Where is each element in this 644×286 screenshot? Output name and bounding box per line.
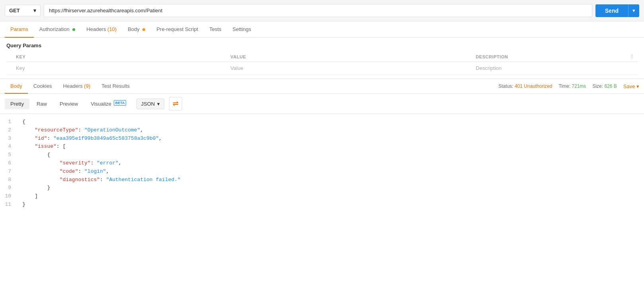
format-tab-pretty[interactable]: Pretty [5, 99, 29, 109]
tab-body[interactable]: Body [122, 21, 151, 38]
format-tab-visualize[interactable]: Visualize BETA [85, 99, 132, 109]
wrap-button[interactable]: ⇌ [169, 97, 182, 110]
key-header: KEY [13, 52, 227, 62]
row-checkbox [6, 62, 13, 75]
resp-tab-cookies[interactable]: Cookies [28, 79, 58, 94]
tab-settings[interactable]: Settings [227, 21, 257, 38]
time-value: 721ms [572, 83, 586, 89]
action-header: ⋮ [626, 52, 638, 62]
size-value: 626 B [604, 83, 617, 89]
desc-header: DESCRIPTION [473, 52, 626, 62]
params-table: KEY VALUE DESCRIPTION ⋮ Key Value Descri… [6, 52, 638, 75]
query-params-section: Query Params KEY VALUE DESCRIPTION ⋮ Key… [0, 38, 644, 75]
json-content: { "resourceType": "OperationOutcome", "i… [16, 114, 644, 225]
resp-tab-test-results[interactable]: Test Results [96, 79, 135, 94]
headers-count: (10) [107, 26, 117, 32]
resp-tab-headers[interactable]: Headers (9) [58, 79, 96, 94]
response-toolbar: Pretty Raw Preview Visualize BETA JSON ▾… [0, 94, 644, 114]
save-button[interactable]: Save ▾ [623, 83, 639, 89]
tab-tests[interactable]: Tests [204, 21, 227, 38]
resp-headers-count: (9) [84, 83, 90, 89]
body-dot [142, 28, 145, 31]
request-tabs: Params Authorization Headers (10) Body P… [0, 21, 644, 38]
size-label: Size: 626 B [592, 83, 617, 89]
response-meta: Status: 401 Unauthorized Time: 721ms Siz… [498, 83, 639, 89]
line-numbers: 1 2 3 4 5 6 7 8 9 10 11 [0, 114, 16, 225]
send-dropdown-button[interactable]: ▾ [628, 4, 639, 17]
method-label: GET [9, 8, 20, 14]
desc-cell[interactable]: Description [473, 62, 626, 75]
format-tab-preview[interactable]: Preview [54, 99, 84, 109]
format-select-label: JSON [141, 101, 155, 107]
resp-tab-body[interactable]: Body [5, 79, 28, 94]
tab-pre-request-script[interactable]: Pre-request Script [151, 21, 204, 38]
method-select[interactable]: GET ▾ [5, 5, 41, 16]
top-bar: GET ▾ Send ▾ [0, 0, 644, 21]
response-tabs-bar: Body Cookies Headers (9) Test Results St… [0, 79, 644, 94]
time-label: Time: 721ms [558, 83, 586, 89]
format-tab-raw[interactable]: Raw [31, 99, 53, 109]
status-value: 401 Unauthorized [515, 83, 553, 89]
key-cell[interactable]: Key [13, 62, 227, 75]
checkbox-header [6, 52, 13, 62]
format-select[interactable]: JSON ▾ [136, 99, 164, 109]
url-input[interactable] [44, 4, 592, 17]
method-dropdown-arrow: ▾ [33, 8, 36, 14]
value-header: VALUE [227, 52, 473, 62]
table-row: Key Value Description [6, 62, 638, 75]
response-tabs: Body Cookies Headers (9) Test Results [5, 79, 135, 93]
send-button[interactable]: Send [595, 4, 628, 17]
query-params-title: Query Params [6, 43, 638, 48]
format-select-arrow: ▾ [157, 101, 160, 107]
authorization-dot [72, 28, 75, 31]
tab-authorization[interactable]: Authorization [34, 21, 81, 38]
tab-headers[interactable]: Headers (10) [81, 21, 122, 38]
tab-params[interactable]: Params [5, 21, 34, 38]
beta-badge: BETA [114, 100, 126, 106]
json-viewer: 1 2 3 4 5 6 7 8 9 10 11 { "resourceType"… [0, 114, 644, 225]
value-cell[interactable]: Value [227, 62, 473, 75]
status-label: Status: 401 Unauthorized [498, 83, 552, 89]
action-cell [626, 62, 638, 75]
send-btn-group: Send ▾ [595, 4, 639, 17]
